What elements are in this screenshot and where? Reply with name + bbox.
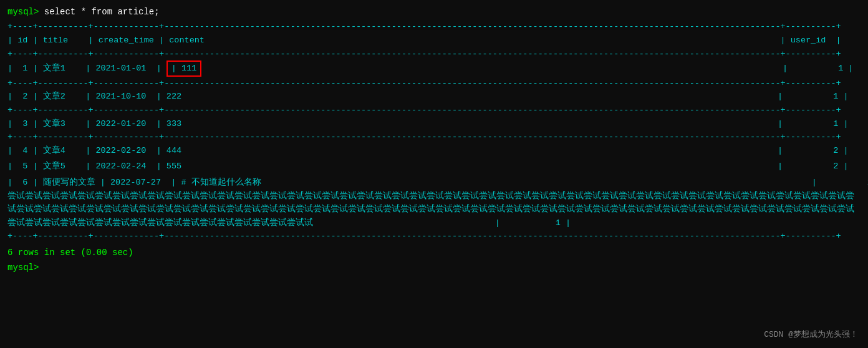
highlighted-cell: | 111: [166, 60, 202, 77]
row1-divider: +----+----------+-------------+---------…: [7, 77, 861, 90]
table-row-5: | 5 | 文章5 | 2022-02-24 | 555 | 2 |: [7, 160, 861, 173]
bottom-border: +----+----------+-------------+---------…: [7, 230, 861, 243]
table-row-2: | 2 | 文章2 | 2021-10-10 | 222 | 1 |: [7, 90, 861, 104]
header-divider: +----+----------+-------------+---------…: [7, 47, 861, 61]
command-line: mysql> select * from article;: [7, 5, 861, 19]
final-prompt-line: mysql>: [7, 261, 861, 274]
table-row-4: | 4 | 文章4 | 2022-02-20 | 444 | 2 |: [7, 144, 861, 158]
row2-divider: +----+----------+-------------+---------…: [7, 104, 861, 117]
row1-start: | 1 | 文章1 | 2021-01-01 |: [7, 62, 166, 75]
row3-divider: +----+----------+-------------+---------…: [7, 130, 861, 144]
mysql-prompt: mysql>: [7, 7, 39, 17]
header-row: | id | title | create_time | content | u…: [7, 34, 861, 47]
table-row-3: | 3 | 文章3 | 2022-01-20 | 333 | 1 |: [7, 117, 861, 131]
table-row: | 1 | 文章1 | 2021-01-01 | | 111 | 1 |: [7, 60, 861, 77]
command-text: select * from article;: [39, 7, 159, 17]
long-content-row: 尝试尝试尝试尝试尝试尝试尝试尝试尝试尝试尝试尝试尝试尝试尝试尝试尝试尝试尝试尝试…: [7, 190, 861, 230]
result-line: 6 rows in set (0.00 sec): [7, 246, 861, 259]
watermark: CSDN @梦想成为光头强！: [764, 329, 858, 342]
top-border: +----+----------+-------------+---------…: [7, 20, 861, 34]
terminal-window: mysql> select * from article; +----+----…: [0, 0, 868, 348]
table-output: +----+----------+-------------+---------…: [7, 20, 861, 243]
row1-end: | 1 |: [201, 62, 853, 75]
table-row-6: | 6 | 随便写的文章 | 2022-07-27 | # 不知道起什么名称 |…: [7, 176, 861, 190]
